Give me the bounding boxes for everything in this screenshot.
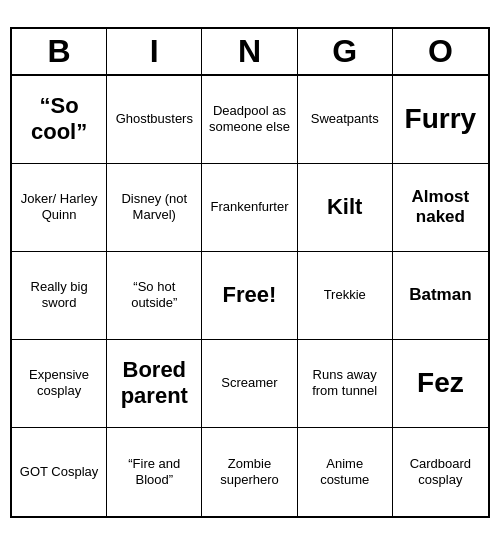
bingo-cell-15: Expensive cosplay [12,340,107,428]
bingo-cell-10: Really big sword [12,252,107,340]
bingo-cell-2: Deadpool as someone else [202,76,297,164]
bingo-cell-21: “Fire and Blood” [107,428,202,516]
bingo-cell-16: Bored parent [107,340,202,428]
bingo-cell-24: Cardboard cosplay [393,428,488,516]
header-letter-b: B [12,29,107,74]
bingo-cell-14: Batman [393,252,488,340]
bingo-cell-5: Joker/ Harley Quinn [12,164,107,252]
bingo-cell-8: Kilt [298,164,393,252]
bingo-cell-18: Runs away from tunnel [298,340,393,428]
header-letter-i: I [107,29,202,74]
bingo-cell-19: Fez [393,340,488,428]
bingo-header: BINGO [12,29,488,76]
bingo-cell-7: Frankenfurter [202,164,297,252]
bingo-cell-11: “So hot outside” [107,252,202,340]
bingo-cell-23: Anime costume [298,428,393,516]
bingo-cell-20: GOT Cosplay [12,428,107,516]
bingo-cell-3: Sweatpants [298,76,393,164]
header-letter-o: O [393,29,488,74]
bingo-grid: “So cool”GhostbustersDeadpool as someone… [12,76,488,516]
bingo-cell-12: Free! [202,252,297,340]
bingo-cell-17: Screamer [202,340,297,428]
bingo-cell-13: Trekkie [298,252,393,340]
bingo-cell-9: Almost naked [393,164,488,252]
header-letter-n: N [202,29,297,74]
header-letter-g: G [298,29,393,74]
bingo-cell-6: Disney (not Marvel) [107,164,202,252]
bingo-cell-1: Ghostbusters [107,76,202,164]
bingo-card: BINGO “So cool”GhostbustersDeadpool as s… [10,27,490,518]
bingo-cell-4: Furry [393,76,488,164]
bingo-cell-22: Zombie superhero [202,428,297,516]
bingo-cell-0: “So cool” [12,76,107,164]
